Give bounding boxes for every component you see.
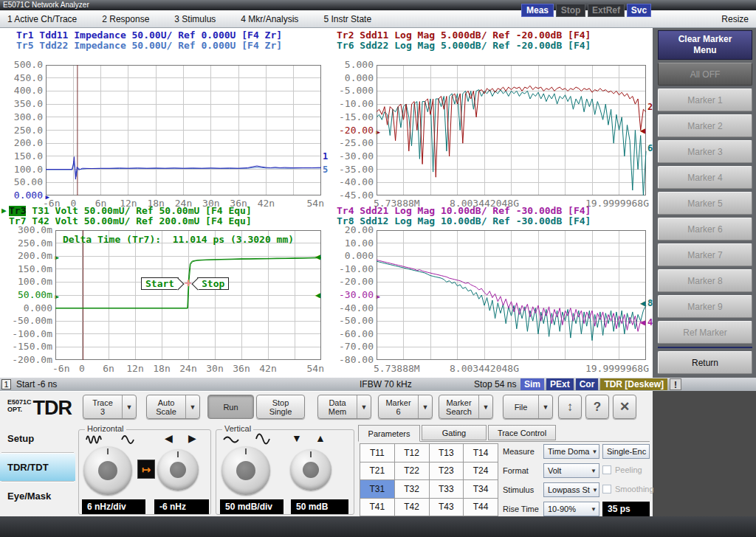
status-badge-tdrdeskew: TDR [Deskew] bbox=[600, 378, 667, 390]
dropdown-measure[interactable]: Time Doma▼ bbox=[543, 444, 599, 459]
x-axis-tick: 19.9999968G bbox=[585, 198, 649, 209]
matrix-cell-t33[interactable]: T33 bbox=[430, 480, 464, 498]
menu-item-2-response[interactable]: 2 Response bbox=[102, 14, 149, 24]
auto-scale-button[interactable]: AutoScale▼ bbox=[146, 395, 200, 419]
trace-name: Tr4 bbox=[337, 206, 354, 216]
softkey-marker-1[interactable]: Marker 1 bbox=[658, 89, 752, 111]
horizontal-position-knob[interactable] bbox=[157, 449, 199, 491]
softkey-marker-5[interactable]: Marker 5 bbox=[658, 192, 752, 215]
y-axis-tick: 200.0 bbox=[0, 138, 43, 148]
y-axis-tick: 0.000 bbox=[7, 303, 52, 313]
softkey-marker-4[interactable]: Marker 4 bbox=[658, 166, 752, 189]
data-mem-button[interactable]: DataMem▼ bbox=[317, 395, 371, 419]
softkey-all-off[interactable]: All OFF bbox=[658, 63, 752, 86]
menu-item-3-stimulus[interactable]: 3 Stimulus bbox=[174, 14, 216, 24]
matrix-cell-t34[interactable]: T34 bbox=[464, 480, 498, 498]
matrix-cell-t23[interactable]: T23 bbox=[430, 462, 464, 480]
trace-ref-marker-icon: ◀ bbox=[640, 317, 645, 328]
menu-item-5-instr-state[interactable]: 5 Instr State bbox=[323, 14, 371, 24]
tab-parameters[interactable]: Parameters bbox=[358, 425, 420, 442]
matrix-cell-t43[interactable]: T43 bbox=[430, 499, 464, 516]
matrix-cell-t41[interactable]: T41 bbox=[360, 499, 394, 516]
matrix-cell-t31[interactable]: T31 bbox=[360, 480, 394, 498]
matrix-cell-t14[interactable]: T14 bbox=[464, 444, 498, 462]
matrix-cell-t11[interactable]: T11 bbox=[360, 444, 394, 462]
dropdown-format[interactable]: Volt▼ bbox=[543, 463, 599, 478]
softkey-menu-title: Clear Marker Menu bbox=[658, 30, 752, 60]
resize-button[interactable]: Resize bbox=[721, 14, 749, 24]
dropdown-port-mode[interactable]: Single-Enc▼ bbox=[602, 444, 650, 459]
softkey-marker-3[interactable]: Marker 3 bbox=[658, 140, 752, 163]
start-marker-flag[interactable]: Start bbox=[141, 277, 182, 290]
matrix-cell-t44[interactable]: T44 bbox=[464, 499, 498, 516]
x-axis-tick: -6n bbox=[52, 364, 69, 374]
y-axis-tick: 500.0 bbox=[0, 60, 43, 70]
instr-badge-extref: ExtRef bbox=[588, 4, 625, 17]
menu-item-4-mkr-analysis[interactable]: 4 Mkr/Analysis bbox=[241, 14, 298, 24]
sidebar-item-setup[interactable]: Setup bbox=[0, 425, 75, 452]
softkey-return[interactable]: Return bbox=[658, 351, 752, 374]
trace-ref-marker-icon: ◀ bbox=[640, 125, 645, 136]
dense-sine-icon bbox=[85, 434, 104, 446]
matrix-cell-t13[interactable]: T13 bbox=[430, 444, 464, 462]
trace-name: Tr3 bbox=[9, 206, 26, 216]
matrix-cell-t42[interactable]: T42 bbox=[395, 499, 429, 516]
y-axis-tick: -100.0m bbox=[7, 329, 52, 339]
sidebar-item-tdr-tdt[interactable]: TDR/TDT bbox=[0, 454, 75, 481]
x-axis-tick: 12n bbox=[126, 364, 143, 374]
horizontal-scale-display: 6 nHz/div bbox=[82, 499, 145, 514]
dropdown-arrow-icon: ▼ bbox=[418, 395, 432, 418]
marker-search-button[interactable]: MarkerSearch▼ bbox=[439, 395, 493, 419]
stop-single-button[interactable]: StopSingle bbox=[256, 395, 305, 419]
checkbox-smoothing[interactable]: Smoothing bbox=[602, 485, 654, 493]
file-button[interactable]: File▼ bbox=[503, 395, 553, 419]
softkey-marker-2[interactable]: Marker 2 bbox=[658, 114, 752, 137]
softkey-marker-9[interactable]: Marker 9 bbox=[658, 295, 752, 318]
matrix-cell-t24[interactable]: T24 bbox=[464, 462, 498, 480]
y-axis-tick: -40.00 bbox=[328, 303, 374, 313]
sidebar-item-eye-mask[interactable]: Eye/Mask bbox=[0, 482, 75, 510]
checkbox-peeling[interactable]: Peeling bbox=[602, 465, 642, 474]
trace-header-bl[interactable]: ▶Tr3 T31 Volt 50.00mU/ Ref 50.00mU [F4 E… bbox=[1, 206, 252, 226]
y-axis-tick: -30.00▶ bbox=[328, 290, 374, 300]
sweep-stop-label: Stop 54 ns bbox=[474, 379, 516, 389]
matrix-cell-t21[interactable]: T21 bbox=[360, 462, 394, 480]
y-axis-tick: 250.0m bbox=[7, 238, 52, 249]
y-axis-tick: 50.00 bbox=[0, 177, 43, 187]
softkey-marker-8[interactable]: Marker 8 bbox=[658, 269, 752, 292]
dropdown-rise-time[interactable]: 10-90%▼ bbox=[543, 502, 599, 516]
vertical-scale-knob[interactable] bbox=[221, 446, 270, 495]
status-badge-pext: PExt bbox=[546, 378, 574, 390]
tab-gating[interactable]: Gating bbox=[422, 425, 487, 440]
trace-header-br[interactable]: Tr4 Sdd21 Log Mag 10.00dB/ Ref -30.00dB … bbox=[329, 206, 591, 226]
softkey-marker-6[interactable]: Marker 6 bbox=[658, 218, 752, 240]
horizontal-scale-knob[interactable] bbox=[83, 446, 132, 495]
parameters-panel: T11T12T13T14T21T22T23T24T31T32T33T34T41T… bbox=[358, 425, 650, 516]
matrix-cell-t32[interactable]: T32 bbox=[395, 480, 429, 498]
trace-header-tl[interactable]: Tr1 Tdd11 Impedance 50.00U/ Ref 0.000U [… bbox=[9, 30, 282, 51]
softkey-ref-marker[interactable]: Ref Marker bbox=[658, 321, 752, 344]
stop-marker-flag[interactable]: Stop bbox=[193, 277, 229, 290]
trace-select-button[interactable]: Trace3▼ bbox=[83, 395, 137, 419]
horizontal-group: Horizontal ◀ ▶ ↦ 6 nHz/div -6 nHz bbox=[78, 429, 211, 515]
x-axis-tick: 19.9999968G bbox=[585, 364, 649, 374]
channel-number: 1 bbox=[1, 379, 11, 389]
trace-settings-text: T42 Volt 50.00mU/ Ref 200.0mU [F4 Equ] bbox=[26, 216, 251, 226]
close-button[interactable]: ✕ bbox=[613, 395, 636, 419]
trace-arrow-slot bbox=[329, 30, 337, 41]
updown-button[interactable]: ↕ bbox=[558, 395, 582, 419]
vertical-position-knob[interactable] bbox=[290, 449, 331, 491]
matrix-cell-t12[interactable]: T12 bbox=[395, 444, 429, 462]
softkey-marker-7[interactable]: Marker 7 bbox=[658, 243, 752, 266]
right-filler bbox=[653, 391, 756, 516]
trace-header-tr[interactable]: Tr2 Sdd11 Log Mag 5.000dB/ Ref -20.00dB … bbox=[329, 30, 591, 51]
trace-name: Tr5 bbox=[16, 41, 33, 51]
matrix-cell-t22[interactable]: T22 bbox=[395, 462, 429, 480]
help-button[interactable]: ? bbox=[585, 395, 609, 419]
menu-item-1-active-ch-trace[interactable]: 1 Active Ch/Trace bbox=[7, 14, 77, 24]
tab-trace-control[interactable]: Trace Control bbox=[488, 425, 556, 440]
run-button[interactable]: Run bbox=[207, 395, 254, 419]
marker-select-button[interactable]: Marker6▼ bbox=[378, 395, 433, 419]
dropdown-stimulus[interactable]: Lowpass St▼ bbox=[543, 482, 599, 497]
x-axis-tick: 5.73888M bbox=[374, 364, 420, 374]
